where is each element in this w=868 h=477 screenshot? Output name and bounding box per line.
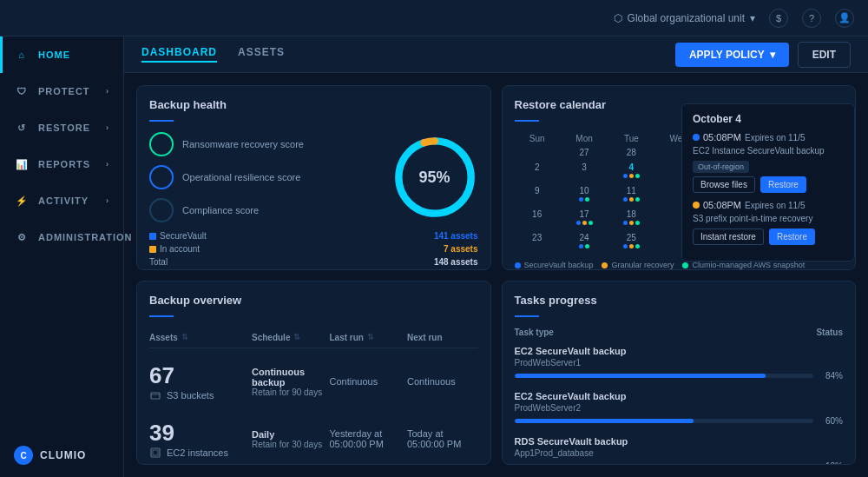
browse-files-button[interactable]: Browse files <box>693 176 755 193</box>
cal-day[interactable]: 18 <box>608 207 654 230</box>
sort-icon[interactable]: ⇅ <box>293 333 300 341</box>
sub-nav: DASHBOARD ASSETS APPLY POLICY ▾ EDIT <box>124 36 868 73</box>
health-legend-area: SecureVault 141 assets In account 7 asse… <box>149 231 478 267</box>
inaccount-dot <box>149 246 156 253</box>
backup-overview-card: Backup overview Assets⇅ Schedule⇅ Last r… <box>136 281 491 466</box>
cal-day[interactable]: 23 <box>515 230 560 254</box>
cal-day[interactable]: 27 <box>562 145 607 160</box>
cal-header-mon: Mon <box>562 132 607 145</box>
sidebar-item-label: REPORTS <box>38 159 90 169</box>
cal-day[interactable]: 2 <box>515 160 560 183</box>
calendar-area: Sun Mon Tue Wed Thu Fri Sat 27 28 <box>515 132 844 270</box>
tasks-progress-title: Tasks progress <box>515 294 844 307</box>
task-row-2: EC2 SecureVault backup ProdWebServer2 60… <box>515 391 844 426</box>
backup-health-title: Backup health <box>149 98 478 111</box>
main-layout: ⌂ HOME 🛡 PROTECT › ↺ RESTORE › 📊 REPORTS… <box>0 36 868 477</box>
sidebar-item-home[interactable]: ⌂ HOME <box>0 36 123 73</box>
score-label-operational: Operational resilience score <box>182 172 300 182</box>
restore-icon: ↺ <box>14 120 30 136</box>
score-label-ransomware: Ransomware recovery score <box>182 139 304 149</box>
chart-icon: 📊 <box>14 156 30 172</box>
legend-granular: Granular recovery <box>611 261 674 269</box>
svg-rect-5 <box>153 450 158 455</box>
cal-day[interactable]: 9 <box>515 183 560 207</box>
asset-name-ec2: EC2 instances <box>149 447 245 459</box>
event1-dot <box>693 134 700 141</box>
instant-restore-button[interactable]: Instant restore <box>693 229 764 245</box>
title-underline <box>515 120 539 122</box>
event1-actions: Browse files Restore <box>693 176 844 193</box>
sidebar-item-reports[interactable]: 📊 REPORTS › <box>0 146 123 182</box>
last-run-ec2: Yesterday at 05:00:00 PM <box>330 428 401 449</box>
scores-list: Ransomware recovery score Operational re… <box>149 132 379 222</box>
chevron-right-icon: › <box>106 87 109 96</box>
sidebar-footer: C CLUMIO <box>0 434 123 477</box>
sidebar-item-restore[interactable]: ↺ RESTORE › <box>0 109 123 146</box>
calendar-tooltip: October 4 05:08PM Expires on 11/5 EC2 In… <box>681 103 855 262</box>
tab-assets[interactable]: ASSETS <box>238 46 285 63</box>
question-icon[interactable]: ? <box>802 9 821 28</box>
sidebar-item-label: ADMINISTRATION <box>38 232 133 242</box>
edit-button[interactable]: EDIT <box>798 42 851 68</box>
s3-icon <box>149 389 161 401</box>
home-icon: ⌂ <box>14 47 30 63</box>
col-assets: Assets⇅ <box>149 333 245 342</box>
task-sub-3: App1Prod_database <box>515 448 844 458</box>
cal-day[interactable]: 25 <box>608 230 654 254</box>
tooltip-date: October 4 <box>693 113 844 125</box>
sidebar-item-administration[interactable]: ⚙ ADMINISTRATION <box>0 219 123 255</box>
sort-icon[interactable]: ⇅ <box>181 333 188 341</box>
settings-icon: ⚙ <box>14 229 30 245</box>
task-row-3: RDS SecureVault backup App1Prod_database… <box>515 436 844 466</box>
org-selector[interactable]: ⬡ Global organizational unit ▾ <box>614 12 755 24</box>
donut-chart: 95% <box>391 134 478 221</box>
cal-day-4[interactable]: 4 <box>608 160 654 183</box>
tasks-header: Task type Status <box>515 328 844 337</box>
legend-total-row: Total 148 assets <box>149 257 478 267</box>
shield-icon: 🛡 <box>14 83 30 99</box>
svg-rect-4 <box>151 448 160 457</box>
backup-health-content: Ransomware recovery score Operational re… <box>149 132 478 222</box>
chevron-down-icon: ▾ <box>770 49 775 61</box>
cal-day[interactable]: 17 <box>562 207 607 230</box>
cal-day[interactable]: 3 <box>562 160 607 183</box>
calendar-legend: SecureVault backup Granular recovery Clu… <box>515 261 844 270</box>
sidebar-item-activity[interactable]: ⚡ ACTIVITY › <box>0 182 123 219</box>
task-bar-fill-3 <box>515 464 544 466</box>
tab-dashboard[interactable]: DASHBOARD <box>141 46 217 63</box>
apply-policy-button[interactable]: APPLY POLICY ▾ <box>675 43 789 67</box>
org-label: Global organizational unit <box>628 12 745 24</box>
cal-day[interactable]: 28 <box>608 145 654 160</box>
dollar-icon[interactable]: $ <box>769 9 788 28</box>
restore-calendar-card: Restore calendar Sun Mon Tue Wed Thu Fri… <box>502 85 857 270</box>
content-area: DASHBOARD ASSETS APPLY POLICY ▾ EDIT Bac… <box>124 36 868 477</box>
task-bar-bg-1 <box>515 374 814 378</box>
legend-securevault-row: SecureVault 141 assets <box>149 231 478 241</box>
schedule-name-s3: Continuous backup <box>252 367 323 388</box>
task-bar-1: 84% <box>515 371 844 381</box>
sidebar-item-protect[interactable]: 🛡 PROTECT › <box>0 73 123 109</box>
cal-day[interactable]: 10 <box>562 183 607 207</box>
restore-button-2[interactable]: Restore <box>769 229 815 245</box>
cal-day[interactable]: 16 <box>515 207 560 230</box>
cal-day[interactable]: 11 <box>608 183 654 207</box>
top-nav: ⬡ Global organizational unit ▾ $ ? 👤 <box>0 0 868 36</box>
cal-day[interactable]: 24 <box>562 230 607 254</box>
score-label-compliance: Compliance score <box>182 205 259 215</box>
chevron-right-icon: › <box>106 196 109 205</box>
task-sub-1: ProdWebServer1 <box>515 358 844 368</box>
event2-desc: S3 prefix point-in-time recovery <box>693 214 844 223</box>
task-name-2: EC2 SecureVault backup <box>515 391 844 401</box>
asset-count-ec2: 39 <box>149 420 245 447</box>
activity-icon: ⚡ <box>14 193 30 209</box>
sidebar-item-label: PROTECT <box>38 86 90 96</box>
score-compliance: Compliance score <box>149 198 379 222</box>
total-label: Total <box>149 257 168 267</box>
sidebar-item-label: ACTIVITY <box>38 195 89 206</box>
org-icon: ⬡ <box>614 12 622 24</box>
asset-name-s3: S3 buckets <box>149 389 245 401</box>
restore-button-1[interactable]: Restore <box>760 176 806 193</box>
sort-icon[interactable]: ⇅ <box>367 333 374 341</box>
event1-expires: Expires on 11/5 <box>745 133 806 142</box>
user-icon[interactable]: 👤 <box>835 9 854 28</box>
